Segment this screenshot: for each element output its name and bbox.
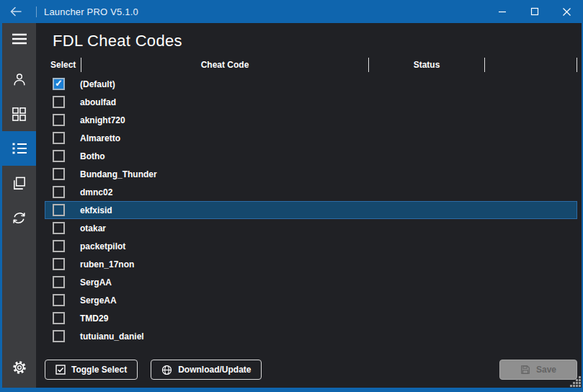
maximize-button[interactable] xyxy=(518,0,551,23)
row-label: ruben_17non xyxy=(80,259,134,270)
sidebar-item-refresh[interactable] xyxy=(2,200,36,235)
person-icon xyxy=(12,71,27,87)
table-row[interactable]: TMD29 xyxy=(45,309,577,327)
resize-grip-icon[interactable] xyxy=(570,376,582,388)
download-update-button[interactable]: Download/Update xyxy=(151,360,262,380)
table-row[interactable]: aboulfad xyxy=(45,93,577,111)
sidebar-item-apps[interactable] xyxy=(2,97,36,131)
sidebar-item-profile[interactable] xyxy=(2,62,36,97)
row-label: Almaretto xyxy=(80,133,120,143)
row-checkbox[interactable] xyxy=(53,132,65,144)
row-label: SergAA xyxy=(80,277,112,288)
table-row[interactable]: SergAA xyxy=(45,273,577,291)
layers-icon xyxy=(12,176,27,191)
column-header-status: Status xyxy=(369,58,485,72)
table-row[interactable]: ekfxisid xyxy=(45,201,577,219)
row-checkbox[interactable] xyxy=(53,222,65,234)
sidebar xyxy=(2,23,36,388)
page-title: FDL Cheat Codes xyxy=(53,32,577,50)
row-label: Bundang_Thunder xyxy=(80,169,157,179)
window-title: Launcher PRO V5.1.0 xyxy=(44,6,138,17)
row-checkbox[interactable] xyxy=(53,294,65,306)
table-row[interactable]: Botho xyxy=(45,147,577,165)
globe-icon xyxy=(161,365,172,375)
list-icon xyxy=(12,141,27,156)
table-row[interactable]: packetpilot xyxy=(45,237,577,255)
footer-toolbar: Toggle Select Download/Update xyxy=(45,360,577,380)
minimize-icon xyxy=(498,7,507,16)
sidebar-item-menu[interactable] xyxy=(2,23,36,55)
checkbox-checked-icon xyxy=(55,365,66,375)
save-button[interactable]: Save xyxy=(499,360,577,380)
window-controls xyxy=(486,0,583,23)
main-panel: FDL Cheat Codes Select Cheat Code Status… xyxy=(36,23,582,388)
row-label: Botho xyxy=(80,151,105,161)
row-checkbox[interactable] xyxy=(53,330,65,342)
toggle-select-button[interactable]: Toggle Select xyxy=(45,360,138,380)
sidebar-item-settings[interactable] xyxy=(2,353,36,382)
row-label: dmnc02 xyxy=(80,187,112,197)
row-checkbox[interactable] xyxy=(53,186,65,198)
row-label: ekfxisid xyxy=(80,205,112,215)
table-row[interactable]: Almaretto xyxy=(45,129,577,147)
minimize-button[interactable] xyxy=(486,0,518,23)
row-label: aboulfad xyxy=(80,97,116,107)
app-body: FDL Cheat Codes Select Cheat Code Status… xyxy=(2,23,582,388)
table-row[interactable]: SergeAA xyxy=(45,291,577,309)
save-label: Save xyxy=(536,365,556,375)
table-row[interactable]: (Default) xyxy=(45,75,577,93)
row-checkbox[interactable] xyxy=(53,240,65,252)
row-checkbox[interactable] xyxy=(53,204,65,216)
table-row[interactable]: ruben_17non xyxy=(45,255,577,273)
table-header: Select Cheat Code Status xyxy=(45,58,577,72)
table-row[interactable]: otakar xyxy=(45,219,577,237)
close-icon xyxy=(562,7,571,17)
column-header-select: Select xyxy=(45,58,81,72)
app-window: Launcher PRO V5.1.0 xyxy=(0,0,583,392)
close-button[interactable] xyxy=(551,0,583,23)
row-checkbox[interactable] xyxy=(53,150,65,162)
row-label: tutuianu_daniel xyxy=(80,331,144,342)
table-row[interactable]: Bundang_Thunder xyxy=(45,165,577,183)
row-checkbox[interactable] xyxy=(53,78,65,90)
cheat-code-list: (Default) aboulfad aknight720 Almaretto xyxy=(45,75,577,345)
refresh-icon xyxy=(12,210,27,226)
row-checkbox[interactable] xyxy=(53,168,65,180)
hamburger-menu-icon xyxy=(12,32,27,45)
table-row[interactable]: aknight720 xyxy=(45,111,577,129)
row-label: aknight720 xyxy=(80,115,125,125)
column-header-extra xyxy=(485,58,577,72)
titlebar: Launcher PRO V5.1.0 xyxy=(0,0,583,23)
download-update-label: Download/Update xyxy=(178,365,251,375)
maximize-icon xyxy=(530,7,539,16)
table-row[interactable]: dmnc02 xyxy=(45,183,577,201)
sidebar-item-copies[interactable] xyxy=(2,166,36,200)
row-label: (Default) xyxy=(80,79,115,89)
row-label: TMD29 xyxy=(80,313,108,324)
row-checkbox[interactable] xyxy=(53,276,65,288)
row-label: packetpilot xyxy=(80,241,125,251)
row-checkbox[interactable] xyxy=(53,312,65,324)
toggle-select-label: Toggle Select xyxy=(71,365,127,375)
back-arrow-icon xyxy=(9,4,23,19)
titlebar-separator xyxy=(36,6,37,17)
grid-icon xyxy=(12,107,27,122)
row-checkbox[interactable] xyxy=(53,258,65,270)
row-label: otakar xyxy=(80,223,106,233)
table-row[interactable]: tutuianu_daniel xyxy=(45,327,577,345)
column-header-cheat-code: Cheat Code xyxy=(81,58,369,72)
row-checkbox[interactable] xyxy=(53,96,65,108)
gear-icon xyxy=(12,360,27,375)
save-disk-icon xyxy=(520,365,530,375)
row-label: SergeAA xyxy=(80,295,117,306)
sidebar-item-cheat-codes[interactable] xyxy=(2,131,36,166)
back-button[interactable] xyxy=(0,0,32,23)
row-checkbox[interactable] xyxy=(53,114,65,126)
